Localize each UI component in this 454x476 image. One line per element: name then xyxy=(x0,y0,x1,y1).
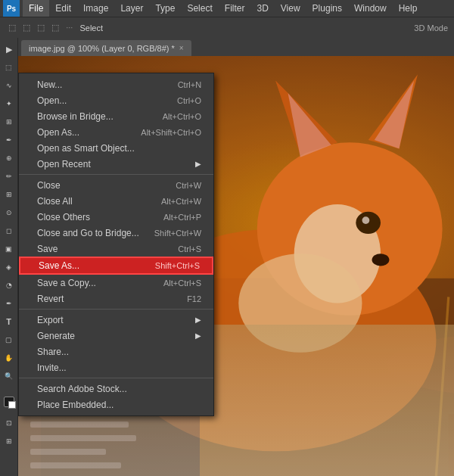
left-toolbar: ▶ ⬚ ∿ ✦ ⊞ ✒ ⊕ ✏ ⊞ ⊙ ◻ ▣ ◈ ◔ ✒ T ▢ ✋ 🔍 ⊡ … xyxy=(0,38,18,476)
menu-save[interactable]: Save Ctrl+S xyxy=(19,241,213,257)
select-label: Select xyxy=(79,23,103,33)
quick-mask-btn[interactable]: ⊡ xyxy=(1,415,17,431)
eraser-btn[interactable]: ◻ xyxy=(1,222,17,239)
menu-plugins[interactable]: Plugins xyxy=(306,0,348,17)
menu-revert[interactable]: Revert F12 xyxy=(19,291,213,306)
dodge-btn[interactable]: ◔ xyxy=(1,277,17,294)
gradient-btn[interactable]: ▣ xyxy=(1,241,17,257)
pen-btn[interactable]: ✒ xyxy=(1,295,17,312)
screen-mode-btn[interactable]: ⊞ xyxy=(1,433,17,450)
menu-search-stock[interactable]: Search Adobe Stock... xyxy=(19,381,213,397)
tool-options-left: ⬚ ⬚ ⬚ ⬚ ··· xyxy=(6,23,75,33)
tab-close-btn[interactable]: × xyxy=(179,44,184,52)
shape-btn[interactable]: ▢ xyxy=(1,331,17,348)
magic-wand-btn[interactable]: ✦ xyxy=(1,95,17,112)
menu-filter[interactable]: Filter xyxy=(219,0,251,17)
lasso-tool-btn[interactable]: ∿ xyxy=(1,77,17,94)
menu-sep-2 xyxy=(19,309,213,310)
tab-title: image.jpg @ 100% (Layer 0, RGB/8#) * xyxy=(29,44,175,53)
file-menu-panel: New... Ctrl+N Open... Ctrl+O Browse in B… xyxy=(18,73,214,416)
zoom-btn[interactable]: 🔍 xyxy=(1,368,17,384)
clone-btn[interactable]: ⊞ xyxy=(1,186,17,203)
crop-tool-btn[interactable]: ⊞ xyxy=(1,114,17,130)
menu-3d[interactable]: 3D xyxy=(250,0,274,17)
menu-bar: Ps File Edit Image Layer Type Select Fil… xyxy=(0,0,454,17)
menu-sep-3 xyxy=(19,378,213,378)
svg-rect-27 xyxy=(30,462,121,468)
ps-logo: Ps xyxy=(3,0,20,17)
menu-open[interactable]: Open... Ctrl+O xyxy=(19,92,213,108)
menu-save-copy[interactable]: Save a Copy... Alt+Ctrl+S xyxy=(19,275,213,291)
svg-rect-28 xyxy=(30,449,106,455)
menu-edit[interactable]: Edit xyxy=(49,0,77,17)
menu-save-as[interactable]: Save As... Shift+Ctrl+S xyxy=(19,257,213,275)
options-bar: ⬚ ⬚ ⬚ ⬚ ··· Select 3D Mode xyxy=(0,17,454,38)
svg-rect-29 xyxy=(30,435,136,441)
menu-open-smart[interactable]: Open as Smart Object... xyxy=(19,140,213,156)
menu-close[interactable]: Close Ctrl+W xyxy=(19,177,213,193)
hand-btn[interactable]: ✋ xyxy=(1,350,17,366)
brush-btn[interactable]: ✏ xyxy=(1,168,17,185)
menu-invite[interactable]: Invite... xyxy=(19,359,213,375)
menu-browse-bridge[interactable]: Browse in Bridge... Alt+Ctrl+O xyxy=(19,108,213,124)
selection-tool-btn[interactable]: ⬚ xyxy=(1,59,17,76)
menu-share[interactable]: Share... xyxy=(19,344,213,359)
menu-layer[interactable]: Layer xyxy=(114,0,149,17)
file-menu-dropdown: New... Ctrl+N Open... Ctrl+O Browse in B… xyxy=(18,73,214,416)
move-tool-btn[interactable]: ▶ xyxy=(1,41,17,58)
menu-new[interactable]: New... Ctrl+N xyxy=(19,76,213,92)
eyedropper-btn[interactable]: ✒ xyxy=(1,132,17,148)
foreground-color[interactable] xyxy=(4,397,14,407)
text-btn[interactable]: T xyxy=(1,313,17,330)
menu-close-others[interactable]: Close Others Alt+Ctrl+P xyxy=(19,209,213,225)
menu-sep-1 xyxy=(19,174,213,175)
tab-bar: image.jpg @ 100% (Layer 0, RGB/8#) * × xyxy=(18,38,454,56)
menu-view[interactable]: View xyxy=(275,0,306,17)
menu-export[interactable]: Export ▶ xyxy=(19,312,213,328)
menu-type[interactable]: Type xyxy=(149,0,181,17)
menu-close-bridge[interactable]: Close and Go to Bridge... Shift+Ctrl+W xyxy=(19,225,213,241)
svg-rect-30 xyxy=(30,422,129,428)
menu-generate[interactable]: Generate ▶ xyxy=(19,328,213,344)
mode-3d-label: 3D Mode xyxy=(414,23,448,33)
menu-place-embedded[interactable]: Place Embedded... xyxy=(19,397,213,412)
menu-file[interactable]: File xyxy=(23,0,49,17)
menu-open-recent[interactable]: Open Recent ▶ xyxy=(19,156,213,172)
blur-btn[interactable]: ◈ xyxy=(1,259,17,275)
menu-select[interactable]: Select xyxy=(181,0,218,17)
healing-btn[interactable]: ⊕ xyxy=(1,150,17,166)
menu-image[interactable]: Image xyxy=(77,0,114,17)
menu-close-all[interactable]: Close All Alt+Ctrl+W xyxy=(19,193,213,209)
menu-open-as[interactable]: Open As... Alt+Shift+Ctrl+O xyxy=(19,124,213,140)
menu-help[interactable]: Help xyxy=(393,0,424,17)
menu-window[interactable]: Window xyxy=(348,0,393,17)
document-tab[interactable]: image.jpg @ 100% (Layer 0, RGB/8#) * × xyxy=(21,40,191,56)
history-btn[interactable]: ⊙ xyxy=(1,204,17,221)
